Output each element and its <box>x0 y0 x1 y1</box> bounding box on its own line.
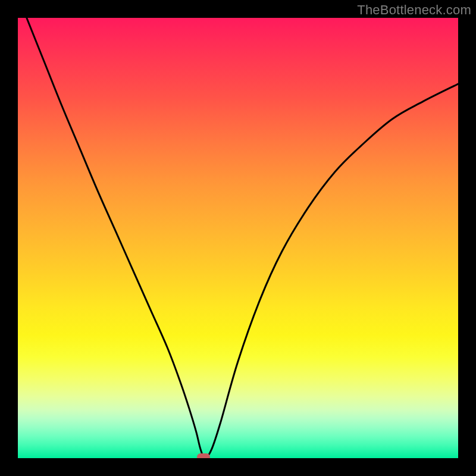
watermark-text: TheBottleneck.com <box>357 2 471 18</box>
chart-frame: TheBottleneck.com <box>0 0 476 476</box>
bottleneck-curve <box>27 18 458 458</box>
plot-area <box>18 18 458 458</box>
curve-svg <box>18 18 458 458</box>
optimal-point-marker <box>197 453 210 458</box>
